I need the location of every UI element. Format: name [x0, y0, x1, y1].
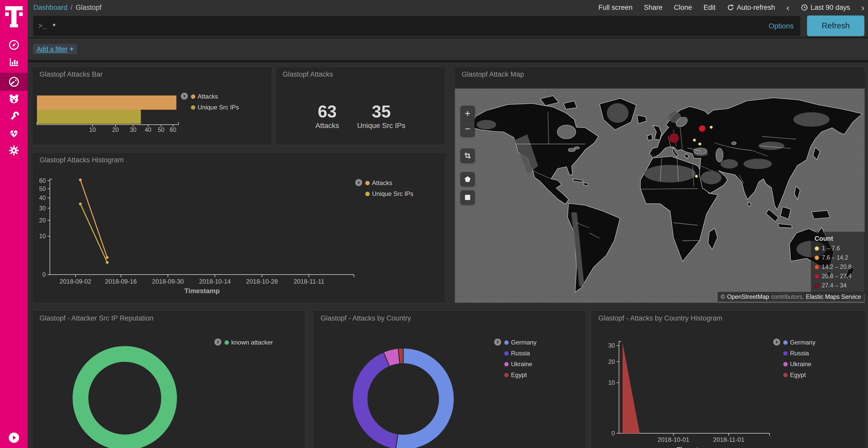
legend-item[interactable]: Unique Src IPs	[365, 190, 413, 198]
legend-toggle-button[interactable]	[773, 339, 780, 346]
map-legend-swatch	[814, 265, 819, 269]
map-attack-point[interactable]	[699, 125, 706, 132]
zoom-out-button[interactable]: −	[461, 121, 474, 136]
legend-toggle-button[interactable]	[214, 339, 221, 346]
sidebar-item-timelion[interactable]	[0, 90, 28, 108]
add-filter-button[interactable]: Add a filter +	[33, 44, 77, 54]
sidebar-item-visualize[interactable]	[0, 53, 28, 71]
breadcrumb-dashboard-link[interactable]: Dashboard	[33, 4, 67, 12]
bar-Attacks[interactable]	[37, 96, 177, 110]
time-back-button[interactable]: ‹	[786, 3, 789, 12]
divider	[28, 60, 868, 63]
zoom-in-button[interactable]: +	[461, 106, 474, 121]
donut-slice-Germany[interactable]	[396, 348, 454, 448]
query-text[interactable]: *	[53, 22, 769, 30]
compass-icon	[8, 39, 20, 50]
breadcrumb-current-page: Glastopf	[76, 4, 102, 12]
svg-text:60: 60	[170, 127, 177, 133]
panel-country-donut: Glastopf - Attacks by Country GermanyRus…	[313, 310, 586, 448]
donut-slice-Russia[interactable]	[352, 352, 398, 448]
legend-item[interactable]: Attacks	[191, 93, 239, 100]
data-point[interactable]	[79, 202, 82, 205]
sidebar-item-discover[interactable]	[0, 36, 28, 54]
metric-Unique Src IPs: 35Unique Src IPs	[357, 103, 406, 130]
svg-text:Timestamp: Timestamp	[677, 446, 712, 448]
metric-label: Attacks	[315, 122, 339, 130]
legend-toggle-button[interactable]	[355, 179, 362, 186]
edit-button[interactable]: Edit	[704, 4, 716, 12]
area-Egypt[interactable]	[623, 343, 640, 433]
legend-toggle-button[interactable]	[494, 339, 501, 346]
data-point[interactable]	[106, 261, 109, 264]
legend-item[interactable]: known attacker	[224, 339, 273, 346]
world-map[interactable]	[455, 89, 865, 303]
svg-text:2018-11-11: 2018-11-11	[293, 278, 324, 285]
panel-country-histogram: Glastopf - Attacks by Country Histogram …	[591, 310, 865, 448]
svg-text:40: 40	[145, 127, 151, 133]
chevron-right-icon	[183, 94, 186, 98]
map-attack-point[interactable]	[710, 126, 713, 129]
search-input[interactable]: >_ * Options	[33, 16, 800, 36]
svg-text:60: 60	[39, 177, 46, 184]
svg-text:2018-09-16: 2018-09-16	[105, 278, 137, 285]
sidebar-item-monitoring[interactable]	[0, 124, 28, 142]
expand-nav-button[interactable]	[9, 433, 19, 443]
legend-swatch	[504, 340, 509, 345]
elastic-maps-service-link[interactable]: Elastic Maps Service	[806, 294, 861, 300]
time-forward-button[interactable]: ›	[862, 3, 864, 12]
openstreetmap-link[interactable]: OpenStreetMap	[727, 294, 769, 300]
data-point[interactable]	[106, 256, 109, 259]
map-attribution: © OpenStreetMap contributors, Elastic Ma…	[718, 292, 864, 302]
sidebar-item-dev-tools[interactable]	[0, 108, 28, 126]
legend-item[interactable]: Germany	[504, 339, 536, 346]
legend-item[interactable]: Ukraine	[504, 360, 536, 368]
legend-item[interactable]: Egypt	[783, 371, 815, 379]
auto-refresh-button[interactable]: Auto-refresh	[727, 4, 775, 12]
map-attack-point[interactable]	[695, 175, 698, 178]
map-attack-point[interactable]	[698, 142, 702, 145]
data-point[interactable]	[79, 178, 82, 181]
panel-title: Glastopf - Attacks by Country Histogram	[598, 314, 722, 322]
bar-Unique Src IPs[interactable]	[37, 110, 141, 124]
legend-item[interactable]: Russia	[504, 350, 536, 357]
legend-swatch	[783, 373, 788, 377]
panel-reputation-donut: Glastopf - Attacker Src IP Reputation kn…	[32, 310, 305, 448]
sidebar-item-dashboard[interactable]	[0, 73, 28, 91]
gear-icon	[8, 145, 20, 156]
svg-text:20: 20	[112, 127, 119, 133]
draw-polygon-button[interactable]	[461, 172, 474, 186]
draw-rectangle-button[interactable]	[461, 191, 474, 204]
crop-button[interactable]	[461, 149, 474, 163]
time-picker-button[interactable]: Last 90 days	[801, 4, 850, 12]
legend-toggle-button[interactable]	[181, 93, 188, 100]
legend-item[interactable]: Germany	[783, 339, 815, 346]
map-legend-range: 27.4 – 34	[822, 282, 846, 289]
svg-text:2018-10-14: 2018-10-14	[199, 278, 231, 285]
legend-item[interactable]: Unique Src IPs	[191, 104, 239, 111]
line-Attacks	[80, 180, 107, 257]
legend-item[interactable]: Russia	[783, 350, 815, 357]
sidebar-item-management[interactable]	[0, 141, 28, 160]
chart-legend: AttacksUnique Src IPs	[181, 93, 239, 111]
panel-attacks-histogram: Glastopf Attacks Histogram 0102030405060…	[32, 152, 445, 303]
metric-value: 63	[315, 103, 339, 120]
sidebar	[0, 0, 28, 448]
chart-legend: GermanyRussiaUkraineEgypt	[773, 339, 815, 379]
share-button[interactable]: Share	[644, 4, 663, 12]
telekom-logo[interactable]	[0, 0, 28, 32]
legend-swatch	[191, 105, 195, 110]
map-legend-title: Count	[814, 235, 863, 242]
map-attack-point[interactable]	[669, 133, 679, 143]
clone-button[interactable]: Clone	[674, 4, 692, 12]
donut-slice-known attacker[interactable]	[81, 354, 169, 443]
svg-text:30: 30	[130, 127, 137, 133]
legend-label: Ukraine	[511, 360, 532, 368]
refresh-button[interactable]: Refresh	[807, 15, 864, 36]
legend-item[interactable]: Attacks	[365, 179, 413, 186]
legend-item[interactable]: Ukraine	[783, 360, 815, 368]
legend-item[interactable]: Egypt	[504, 371, 536, 379]
query-options-link[interactable]: Options	[769, 22, 794, 30]
full-screen-button[interactable]: Full screen	[598, 4, 632, 12]
legend-label: Egypt	[790, 371, 806, 379]
map-attack-point[interactable]	[693, 139, 696, 142]
